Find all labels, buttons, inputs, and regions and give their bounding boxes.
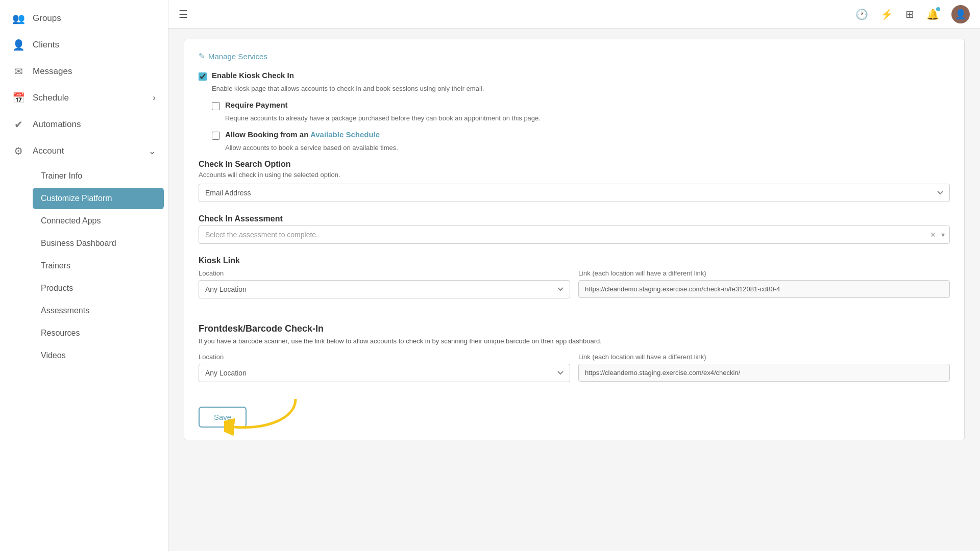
frontdesk-location-label: Location: [199, 353, 570, 361]
clock-icon[interactable]: 🕐: [855, 8, 868, 20]
notification-dot: [936, 7, 940, 11]
sidebar-item-account[interactable]: ⚙ Account ⌄: [0, 138, 168, 164]
require-payment-row: Require Payment: [212, 101, 950, 110]
sidebar-label-messages: Messages: [33, 66, 72, 77]
videos-label: Videos: [41, 351, 66, 360]
lightning-icon[interactable]: ⚡: [880, 8, 893, 20]
require-payment-desc: Require accounts to already have a packa…: [225, 114, 950, 122]
require-payment-label: Require Payment: [225, 101, 288, 109]
kiosk-location-label: Location: [199, 269, 570, 277]
manage-services-link[interactable]: ✎ Manage Services: [199, 52, 950, 61]
trainers-label: Trainers: [41, 261, 70, 270]
resources-label: Resources: [41, 329, 80, 337]
clients-icon: 👤: [12, 39, 24, 51]
section-divider: [199, 311, 950, 311]
sidebar-item-products[interactable]: Products: [33, 278, 164, 299]
enable-kiosk-desc: Enable kiosk page that allows accounts t…: [212, 85, 950, 92]
frontdesk-link-col: Link (each location will have a differen…: [578, 353, 950, 382]
assessment-select[interactable]: Select the assessment to complete. ✕ ▾: [199, 226, 950, 244]
content-card: ✎ Manage Services Enable Kiosk Check In …: [184, 39, 965, 440]
chevron-down-icon: ⌄: [149, 146, 156, 157]
allow-booking-desc: Allow accounts to book a service based o…: [225, 144, 950, 152]
frontdesk-section: Frontdesk/Barcode Check-In If you have a…: [199, 323, 950, 382]
available-schedule-link[interactable]: Available Schedule: [310, 130, 380, 139]
groups-icon: 👥: [12, 12, 24, 24]
enable-kiosk-label: Enable Kiosk Check In: [212, 71, 294, 80]
frontdesk-desc: If you have a barcode scanner, use the l…: [199, 337, 950, 345]
sidebar-item-business-dashboard[interactable]: Business Dashboard: [33, 233, 164, 254]
sidebar-item-assessments[interactable]: Assessments: [33, 300, 164, 321]
business-dashboard-label: Business Dashboard: [41, 239, 116, 247]
check-in-search-title: Check In Search Option: [199, 160, 950, 169]
frontdesk-location-select[interactable]: Any Location: [199, 364, 570, 382]
connected-apps-label: Connected Apps: [41, 216, 101, 225]
sidebar: 👥 Groups 👤 Clients ✉ Messages 📅 Schedule…: [0, 0, 168, 551]
edit-icon: ✎: [199, 52, 205, 61]
frontdesk-link-input[interactable]: [578, 364, 950, 382]
schedule-icon: 📅: [12, 92, 24, 104]
header-right: 🕐 ⚡ ⊞ 🔔 👤: [855, 5, 970, 23]
chevron-right-icon: ›: [153, 93, 156, 103]
enable-kiosk-row: Enable Kiosk Check In: [199, 71, 950, 81]
customize-platform-label: Customize Platform: [41, 194, 112, 203]
messages-icon: ✉: [12, 65, 24, 78]
products-label: Products: [41, 284, 73, 292]
assessment-select-wrapper: Select the assessment to complete. ✕ ▾: [199, 226, 950, 244]
sidebar-item-groups[interactable]: 👥 Groups: [0, 5, 168, 32]
header-left: ☰: [179, 8, 188, 20]
sidebar-label-clients: Clients: [33, 40, 59, 50]
assessment-placeholder: Select the assessment to complete.: [205, 231, 318, 239]
sidebar-item-messages[interactable]: ✉ Messages: [0, 58, 168, 85]
kiosk-location-col: Location Any Location: [199, 269, 570, 298]
kiosk-link-title: Kiosk Link: [199, 256, 950, 265]
allow-booking-checkbox[interactable]: [212, 132, 220, 140]
sidebar-label-groups: Groups: [33, 13, 61, 23]
sidebar-item-schedule[interactable]: 📅 Schedule ›: [0, 85, 168, 111]
kiosk-link-section: Kiosk Link Location Any Location Link (e…: [199, 256, 950, 298]
frontdesk-grid: Location Any Location Link (each locatio…: [199, 353, 950, 382]
user-avatar[interactable]: 👤: [951, 5, 970, 23]
sidebar-item-resources[interactable]: Resources: [33, 322, 164, 344]
kiosk-link-input[interactable]: [578, 280, 950, 298]
sidebar-item-clients[interactable]: 👤 Clients: [0, 32, 168, 58]
sidebar-item-trainer-info[interactable]: Trainer Info: [33, 165, 164, 187]
automations-icon: ✔: [12, 118, 24, 131]
main-content: ✎ Manage Services Enable Kiosk Check In …: [168, 29, 980, 551]
sidebar-label-schedule: Schedule: [33, 93, 69, 103]
account-icon: ⚙: [12, 145, 24, 157]
check-in-search-select[interactable]: Email Address Phone Number Name: [199, 184, 950, 202]
clear-assessment-icon[interactable]: ✕: [930, 231, 936, 239]
check-in-search-desc: Accounts will check in using the selecte…: [199, 171, 950, 179]
check-in-search-section: Check In Search Option Accounts will che…: [199, 160, 950, 202]
kiosk-link-col: Link (each location will have a differen…: [578, 269, 950, 298]
notification-icon[interactable]: 🔔: [926, 8, 939, 20]
check-in-assessment-section: Check In Assessment Select the assessmen…: [199, 214, 950, 244]
frontdesk-location-col: Location Any Location: [199, 353, 570, 382]
account-sub-menu: Trainer Info Customize Platform Connecte…: [0, 164, 168, 367]
manage-services-label: Manage Services: [208, 52, 267, 61]
frontdesk-title: Frontdesk/Barcode Check-In: [199, 323, 950, 334]
assessments-label: Assessments: [41, 306, 89, 315]
assessment-dropdown-icon: ▾: [941, 231, 945, 239]
sidebar-item-connected-apps[interactable]: Connected Apps: [33, 210, 164, 232]
check-in-assessment-title: Check In Assessment: [199, 214, 950, 223]
grid-icon[interactable]: ⊞: [905, 8, 914, 20]
allow-booking-label: Allow Booking from an Available Schedule: [225, 130, 380, 139]
sidebar-label-automations: Automations: [33, 119, 81, 130]
trainer-info-label: Trainer Info: [41, 171, 82, 180]
save-button[interactable]: Save: [199, 407, 247, 428]
frontdesk-link-label: Link (each location will have a differen…: [578, 353, 950, 361]
sidebar-label-account: Account: [33, 146, 64, 156]
kiosk-link-label: Link (each location will have a differen…: [578, 269, 950, 277]
kiosk-location-select[interactable]: Any Location: [199, 280, 570, 298]
sidebar-item-videos[interactable]: Videos: [33, 345, 164, 366]
allow-booking-row: Allow Booking from an Available Schedule: [212, 130, 950, 140]
main-wrapper: ☰ 🕐 ⚡ ⊞ 🔔 👤 ✎ Manage Services: [168, 0, 980, 551]
sidebar-item-automations[interactable]: ✔ Automations: [0, 111, 168, 138]
sidebar-item-customize-platform[interactable]: Customize Platform: [33, 188, 164, 209]
save-section: Save: [199, 407, 247, 428]
enable-kiosk-checkbox[interactable]: [199, 72, 207, 81]
sidebar-item-trainers[interactable]: Trainers: [33, 255, 164, 277]
hamburger-icon[interactable]: ☰: [179, 8, 188, 20]
require-payment-checkbox[interactable]: [212, 102, 220, 110]
